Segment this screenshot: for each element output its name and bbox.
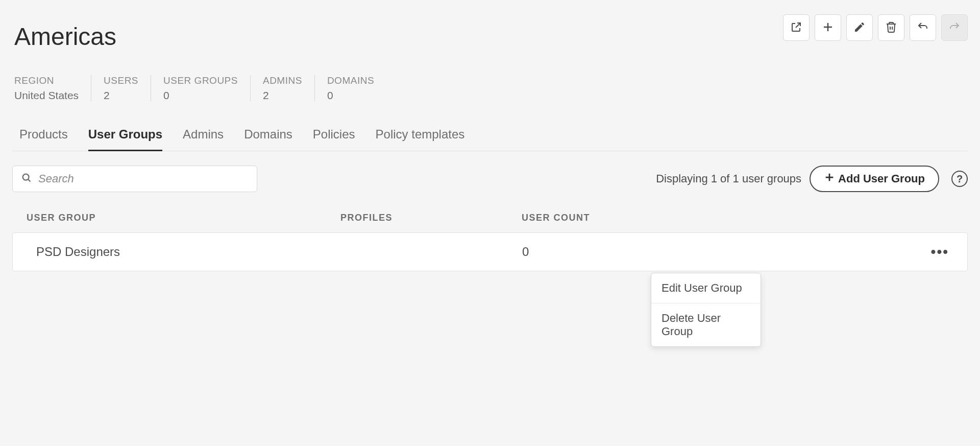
- tab-admins[interactable]: Admins: [183, 127, 224, 151]
- redo-icon: [948, 21, 961, 35]
- filter-row: Displaying 1 of 1 user groups Add User G…: [12, 166, 968, 192]
- tab-products[interactable]: Products: [19, 127, 68, 151]
- tab-policy-templates[interactable]: Policy templates: [376, 127, 465, 151]
- th-profiles: PROFILES: [340, 213, 522, 223]
- display-count-text: Displaying 1 of 1 user groups: [656, 172, 801, 185]
- stat-domains-label: DOMAINS: [327, 75, 374, 86]
- stat-users: USERS 2: [91, 75, 151, 102]
- trash-icon: [885, 21, 897, 35]
- delete-button[interactable]: [878, 14, 904, 41]
- search-icon: [21, 172, 32, 185]
- tab-policies[interactable]: Policies: [313, 127, 355, 151]
- table-header: USER GROUP PROFILES USER COUNT: [12, 213, 968, 223]
- search-box[interactable]: [12, 166, 257, 192]
- cell-group-name: PSD Designers: [27, 245, 341, 259]
- search-input[interactable]: [38, 172, 249, 185]
- ellipsis-icon: •••: [931, 244, 949, 260]
- tabs: Products User Groups Admins Domains Poli…: [12, 127, 968, 151]
- stat-users-value: 2: [104, 89, 138, 102]
- menu-delete-user-group[interactable]: Delete User Group: [651, 303, 761, 346]
- stat-region-value: United States: [14, 89, 79, 102]
- redo-button: [941, 14, 968, 41]
- stat-region-label: REGION: [14, 75, 79, 86]
- stat-user-groups: USER GROUPS 0: [151, 75, 251, 102]
- cell-user-count: 0: [522, 245, 927, 259]
- menu-edit-user-group[interactable]: Edit User Group: [651, 273, 761, 303]
- page-title: Americas: [14, 22, 116, 51]
- stat-domains-value: 0: [327, 89, 374, 102]
- help-button[interactable]: ?: [951, 171, 968, 187]
- more-actions-button[interactable]: •••: [927, 242, 953, 262]
- add-user-group-button[interactable]: Add User Group: [810, 166, 939, 192]
- stat-users-label: USERS: [104, 75, 138, 86]
- export-button[interactable]: [783, 14, 810, 41]
- edit-button[interactable]: [846, 14, 873, 41]
- tab-user-groups[interactable]: User Groups: [88, 127, 162, 151]
- stat-admins: ADMINS 2: [251, 75, 315, 102]
- undo-icon: [917, 21, 929, 35]
- context-menu: Edit User Group Delete User Group: [651, 273, 761, 347]
- stat-user-groups-value: 0: [163, 89, 238, 102]
- table-row[interactable]: PSD Designers 0 •••: [12, 232, 968, 271]
- stats-row: REGION United States USERS 2 USER GROUPS…: [14, 75, 968, 102]
- undo-button[interactable]: [910, 14, 936, 41]
- stat-admins-value: 2: [263, 89, 302, 102]
- stat-user-groups-label: USER GROUPS: [163, 75, 238, 86]
- export-icon: [790, 21, 802, 35]
- stat-region: REGION United States: [14, 75, 91, 102]
- add-button[interactable]: [815, 14, 841, 41]
- stat-admins-label: ADMINS: [263, 75, 302, 86]
- pencil-icon: [853, 21, 866, 35]
- plus-icon: [822, 21, 834, 35]
- tab-domains[interactable]: Domains: [244, 127, 292, 151]
- svg-point-0: [23, 174, 29, 180]
- th-user-count: USER COUNT: [522, 213, 953, 223]
- action-toolbar: [783, 14, 968, 41]
- stat-domains: DOMAINS 0: [315, 75, 386, 102]
- plus-icon: [824, 172, 835, 186]
- add-user-group-label: Add User Group: [838, 172, 925, 185]
- th-user-group: USER GROUP: [27, 213, 340, 223]
